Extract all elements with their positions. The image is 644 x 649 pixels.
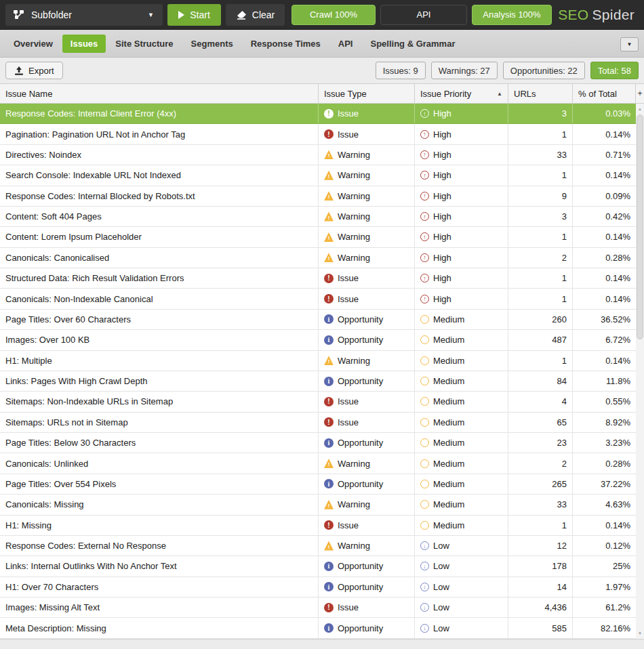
table-row[interactable]: Content: Lorem Ipsum PlaceholderWarningH… — [0, 227, 636, 247]
table-row[interactable]: Pagination: Pagination URL Not in Anchor… — [0, 124, 636, 144]
issues-count-badge[interactable]: Issues: 9 — [376, 62, 426, 79]
column-header-issue-priority[interactable]: Issue Priority ▲ — [415, 84, 508, 103]
tab-overview[interactable]: Overview — [5, 35, 61, 53]
issue-name-cell: Images: Missing Alt Text — [0, 598, 319, 617]
tab-overflow-button[interactable]: ▼ — [620, 37, 639, 51]
vertical-scrollbar-thumb[interactable] — [637, 114, 643, 339]
api-progress-label: API — [417, 9, 431, 20]
issues-table-header: Issue Name Issue Type Issue Priority ▲ U… — [0, 83, 644, 104]
crawl-mode-dropdown[interactable]: Subfolder ▼ — [5, 4, 163, 26]
priority-medium-icon — [420, 418, 429, 427]
table-row[interactable]: Page Titles: Over 554 PixelsOpportunityM… — [0, 474, 636, 495]
table-row[interactable]: Structured Data: Rich Result Validation … — [0, 268, 636, 289]
table-row[interactable]: Canonicals: Non-Indexable CanonicalIssue… — [0, 289, 636, 309]
issue-type-cell: Warning — [319, 227, 415, 247]
issue-type-cell: Warning — [319, 495, 415, 514]
priority-high-icon — [420, 212, 429, 221]
issue-priority-cell: Medium — [415, 474, 508, 494]
issue-name-cell: Page Titles: Over 554 Pixels — [0, 474, 319, 494]
api-progress-bar[interactable]: API — [380, 5, 467, 25]
column-header-pct-of-total[interactable]: % of Total — [573, 84, 636, 103]
table-row[interactable]: Images: Missing Alt TextIssueLow4,43661.… — [0, 598, 636, 618]
issue-type-cell: Issue — [319, 124, 415, 144]
table-row[interactable]: Response Codes: External No ResponseWarn… — [0, 536, 636, 556]
tab-spelling-grammar[interactable]: Spelling & Grammar — [362, 35, 463, 53]
table-row[interactable]: Meta Description: MissingOpportunityLow5… — [0, 618, 636, 638]
column-header-issue-name[interactable]: Issue Name — [0, 84, 319, 103]
priority-medium-icon — [420, 377, 429, 385]
table-row[interactable]: Sitemaps: Non-Indexable URLs in SitemapI… — [0, 392, 636, 412]
issue-type-cell: Issue — [319, 289, 415, 308]
table-row[interactable]: Content: Soft 404 PagesWarningHigh30.42% — [0, 207, 636, 227]
logo-spider-text: Spider — [592, 7, 635, 22]
warning-icon — [324, 212, 334, 222]
tab-segments[interactable]: Segments — [183, 35, 241, 53]
tab-site-structure[interactable]: Site Structure — [107, 35, 181, 53]
opportunity-icon — [324, 335, 334, 345]
total-count-badge[interactable]: Total: 58 — [590, 62, 639, 79]
opportunity-icon — [324, 377, 334, 386]
main-tab-bar: OverviewIssuesSite StructureSegmentsResp… — [0, 30, 644, 58]
table-row[interactable]: H1: MultipleWarningMedium10.14% — [0, 351, 636, 371]
issue-type-cell: Opportunity — [319, 618, 415, 637]
warnings-count-badge[interactable]: Warnings: 27 — [431, 62, 498, 79]
table-row[interactable]: Images: Over 100 KBOpportunityMedium4876… — [0, 330, 636, 350]
table-row[interactable]: Canonicals: CanonicalisedWarningHigh20.2… — [0, 248, 636, 268]
table-row[interactable]: Search Console: Indexable URL Not Indexe… — [0, 165, 636, 186]
scroll-up-icon[interactable]: ▲ — [636, 104, 644, 114]
table-row[interactable]: Page Titles: Over 60 CharactersOpportuni… — [0, 310, 636, 330]
export-button[interactable]: Export — [5, 62, 63, 79]
table-row[interactable]: Response Codes: Internal Blocked by Robo… — [0, 186, 636, 207]
column-header-issue-type[interactable]: Issue Type — [319, 84, 415, 103]
urls-count-cell: 4,436 — [508, 598, 573, 617]
table-row[interactable]: Page Titles: Below 30 CharactersOpportun… — [0, 433, 636, 453]
issue-priority-cell: High — [415, 227, 508, 247]
table-row[interactable]: Links: Internal Outlinks With No Anchor … — [0, 556, 636, 577]
table-row[interactable]: Canonicals: UnlinkedWarningMedium20.28% — [0, 453, 636, 474]
table-row[interactable]: Directives: NoindexWarningHigh330.71% — [0, 145, 636, 165]
column-header-urls[interactable]: URLs — [508, 84, 573, 103]
warning-icon — [324, 150, 334, 159]
scroll-down-icon[interactable]: ▼ — [636, 629, 644, 638]
analysis-progress-label: Analysis 100% — [483, 9, 540, 20]
issue-name-cell: Images: Over 100 KB — [0, 330, 319, 350]
table-row[interactable]: Canonicals: MissingWarningMedium334.63% — [0, 495, 636, 515]
issue-priority-cell: Medium — [415, 516, 508, 535]
analysis-progress-bar[interactable]: Analysis 100% — [472, 5, 552, 25]
start-button[interactable]: Start — [167, 4, 221, 26]
issue-priority-cell: Low — [415, 598, 508, 617]
issue-name-cell: Canonicals: Unlinked — [0, 453, 319, 473]
issue-name-cell: Content: Soft 404 Pages — [0, 207, 319, 226]
crawl-progress-bar[interactable]: Crawl 100% — [291, 5, 376, 25]
horizontal-scrollbar[interactable] — [0, 639, 644, 649]
issue-priority-cell: Medium — [415, 392, 508, 411]
seo-spider-logo: SEOSpider — [558, 7, 635, 23]
tab-api[interactable]: API — [330, 35, 361, 53]
add-column-button[interactable]: + — [636, 84, 644, 103]
issue-type-cell: Opportunity — [319, 474, 415, 494]
tab-issues[interactable]: Issues — [62, 35, 106, 53]
table-row[interactable]: Response Codes: Internal Client Error (4… — [0, 104, 636, 124]
issue-name-cell: Sitemaps: URLs not in Sitemap — [0, 413, 319, 432]
pct-of-total-cell: 0.09% — [573, 186, 636, 206]
warning-icon — [324, 500, 334, 509]
clear-button[interactable]: Clear — [226, 4, 285, 26]
column-label: Issue Priority — [420, 89, 471, 99]
issue-type-cell: Issue — [319, 268, 415, 288]
vertical-scrollbar[interactable]: ▲ ▼ — [636, 104, 644, 639]
table-row[interactable]: H1: Over 70 CharactersOpportunityLow141.… — [0, 577, 636, 598]
priority-high-icon — [420, 232, 429, 241]
table-row[interactable]: H1: MissingIssueMedium10.14% — [0, 516, 636, 536]
issue-priority-cell: High — [415, 289, 508, 308]
issue-name-cell: H1: Missing — [0, 516, 319, 535]
table-row[interactable]: Sitemaps: URLs not in SitemapIssueMedium… — [0, 413, 636, 433]
issues-table-body: Response Codes: Internal Client Error (4… — [0, 104, 636, 639]
issue-priority-cell: Medium — [415, 351, 508, 371]
pct-of-total-cell: 0.14% — [573, 351, 636, 371]
issue-priority-cell: High — [415, 145, 508, 165]
opportunities-count-badge[interactable]: Opportunities: 22 — [503, 62, 585, 79]
tab-response-times[interactable]: Response Times — [243, 35, 329, 53]
table-row[interactable]: Links: Pages With High Crawl DepthOpport… — [0, 371, 636, 392]
warning-icon — [324, 232, 334, 242]
issue-type-cell: Issue — [319, 104, 415, 123]
